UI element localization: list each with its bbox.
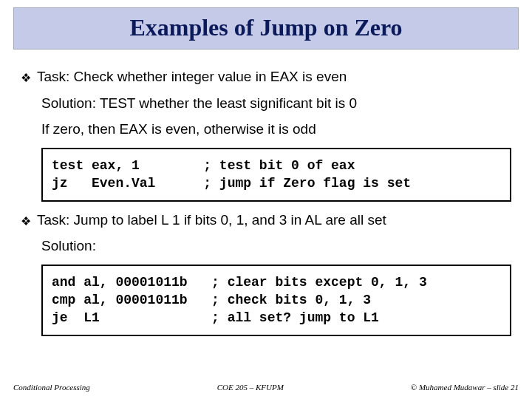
task1-heading-line: ❖ Task: Check whether integer value in E…: [21, 67, 511, 86]
task1-heading: Task: Check whether integer value in EAX…: [37, 67, 347, 86]
slide-title-bar: Examples of Jump on Zero: [13, 7, 519, 50]
task2-heading: Task: Jump to label L 1 if bits 0, 1, an…: [37, 211, 386, 230]
task1-desc: If zero, then EAX is even, otherwise it …: [41, 120, 511, 139]
code-box-1: test eax, 1 ; test bit 0 of eax jz Even.…: [41, 148, 511, 202]
footer-left: Conditional Processing: [13, 383, 90, 392]
task1-solution: Solution: TEST whether the least signifi…: [41, 94, 511, 113]
diamond-bullet-icon: ❖: [21, 70, 31, 86]
footer-right: © Muhamed Mudawar – slide 21: [411, 383, 519, 392]
code-box-2: and al, 00001011b ; clear bits except 0,…: [41, 265, 511, 336]
task2-heading-line: ❖ Task: Jump to label L 1 if bits 0, 1, …: [21, 211, 511, 230]
slide-content: ❖ Task: Check whether integer value in E…: [0, 50, 532, 336]
diamond-bullet-icon: ❖: [21, 214, 31, 230]
footer-center: COE 205 – KFUPM: [217, 383, 284, 392]
slide-title: Examples of Jump on Zero: [14, 14, 518, 41]
slide-footer: Conditional Processing COE 205 – KFUPM ©…: [0, 383, 532, 392]
task2-solution: Solution:: [41, 236, 511, 256]
